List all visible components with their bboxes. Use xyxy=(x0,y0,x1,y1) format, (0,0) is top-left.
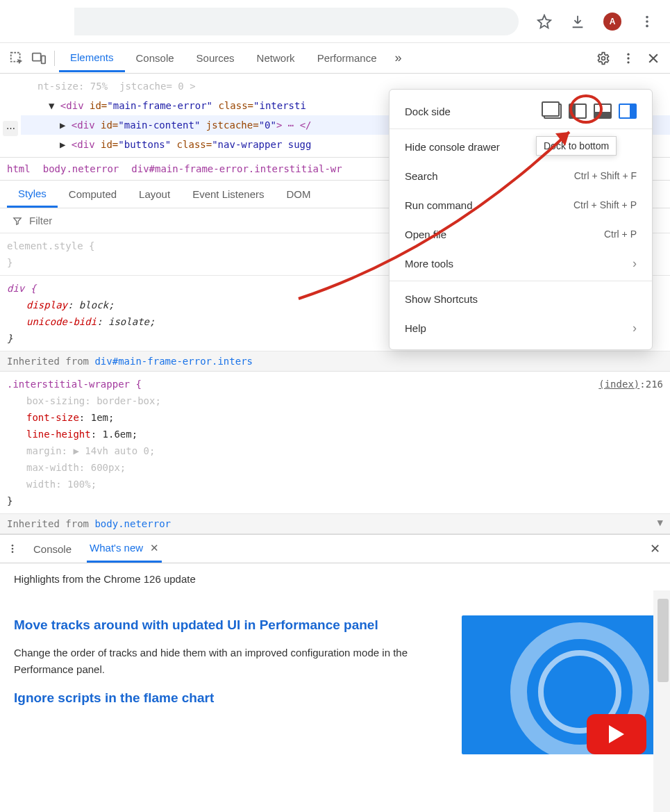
whats-new-body: Change the order of tracks and hide them… xyxy=(14,645,448,678)
tab-styles[interactable]: Styles xyxy=(7,181,58,208)
drawer-tabbar: Console What's new ✕ ✕ xyxy=(0,534,670,563)
menu-open-file[interactable]: Open fileCtrl + P xyxy=(390,219,652,249)
tab-performance[interactable]: Performance xyxy=(306,45,388,71)
close-drawer-icon[interactable]: ✕ xyxy=(650,541,660,556)
svg-point-10 xyxy=(12,545,14,547)
devtools-tabbar: Elements Console Sources Network Perform… xyxy=(0,43,670,74)
chevron-right-icon: › xyxy=(633,256,637,271)
whats-new-highlights: Highlights from the Chrome 126 update xyxy=(14,573,656,585)
settings-gear-icon[interactable] xyxy=(596,51,610,65)
play-icon[interactable] xyxy=(587,714,646,754)
inherited-link[interactable]: div#main-frame-error.inters xyxy=(94,356,253,367)
tab-computed[interactable]: Computed xyxy=(58,182,128,206)
scrollbar-thumb[interactable] xyxy=(658,599,669,682)
device-toolbar-icon[interactable] xyxy=(31,51,47,66)
breadcrumb-item[interactable]: body.neterror xyxy=(43,163,119,174)
svg-point-9 xyxy=(627,61,629,63)
menu-more-tools[interactable]: More tools› xyxy=(390,249,652,278)
menu-dock-side: Dock side xyxy=(390,97,652,126)
drawer-tab-console[interactable]: Console xyxy=(31,537,74,561)
tab-console[interactable]: Console xyxy=(125,45,185,71)
svg-point-12 xyxy=(12,551,14,553)
svg-rect-4 xyxy=(33,53,41,60)
address-bar[interactable] xyxy=(74,8,519,35)
whats-new-video-thumbnail[interactable] xyxy=(462,615,656,754)
tab-sources[interactable]: Sources xyxy=(185,45,246,71)
dock-right-icon[interactable] xyxy=(619,103,637,119)
close-devtools-icon[interactable] xyxy=(646,51,660,65)
menu-show-shortcuts[interactable]: Show Shortcuts xyxy=(390,284,652,313)
svg-point-2 xyxy=(646,24,648,27)
svg-point-6 xyxy=(602,56,605,60)
svg-point-1 xyxy=(646,20,648,23)
svg-point-7 xyxy=(627,53,629,55)
styles-filter-input[interactable] xyxy=(29,215,161,226)
browser-chrome-top: A xyxy=(0,0,670,43)
inherited-from-header: Inherited from body.neterror ▼ xyxy=(0,514,670,534)
inherited-link[interactable]: body.neterror xyxy=(94,518,171,529)
menu-search[interactable]: SearchCtrl + Shift + F xyxy=(390,161,652,190)
dock-bottom-icon[interactable] xyxy=(594,103,612,119)
whats-new-title[interactable]: Move tracks around with updated UI in Pe… xyxy=(14,615,448,635)
menu-label: Dock side xyxy=(405,106,451,117)
tab-layout[interactable]: Layout xyxy=(128,182,181,206)
profile-avatar[interactable]: A xyxy=(603,13,621,31)
menu-help[interactable]: Help› xyxy=(390,313,652,342)
dock-left-icon[interactable] xyxy=(569,103,587,119)
drawer-kebab-menu-icon[interactable] xyxy=(7,543,18,554)
drawer-tab-whats-new[interactable]: What's new ✕ xyxy=(87,536,162,563)
dock-undock-icon[interactable] xyxy=(544,103,562,119)
tabs-overflow-icon[interactable]: » xyxy=(388,51,409,65)
svg-point-0 xyxy=(646,15,648,18)
inherited-from-header: Inherited from div#main-frame-error.inte… xyxy=(0,351,670,372)
browser-kebab-menu-icon[interactable] xyxy=(639,14,655,29)
menu-run-command[interactable]: Run commandCtrl + Shift + P xyxy=(390,190,652,219)
breadcrumb-item[interactable]: div#main-frame-error.interstitial-wr xyxy=(131,163,342,174)
tab-elements[interactable]: Elements xyxy=(59,44,125,72)
devtools-overflow-menu: Dock side Hide console drawer SearchCtrl… xyxy=(389,89,653,350)
separator xyxy=(54,51,55,66)
filter-icon xyxy=(12,216,22,226)
svg-rect-5 xyxy=(42,56,45,63)
close-tab-icon[interactable]: ✕ xyxy=(150,542,159,554)
style-source-link[interactable]: (index):216 xyxy=(598,376,663,392)
inspect-element-icon[interactable] xyxy=(9,51,24,66)
whats-new-subtitle[interactable]: Ignore scripts in the flame chart xyxy=(14,690,448,706)
breadcrumb-item[interactable]: html xyxy=(7,163,31,174)
svg-point-8 xyxy=(627,57,629,59)
tab-event-listeners[interactable]: Event Listeners xyxy=(181,182,275,206)
chevron-down-icon[interactable]: ▼ xyxy=(658,517,663,528)
tab-dom-breakpoints[interactable]: DOM xyxy=(276,182,322,206)
svg-point-11 xyxy=(12,548,14,550)
bookmark-star-icon[interactable] xyxy=(537,14,552,29)
downloads-icon[interactable] xyxy=(570,14,585,29)
drawer-whats-new: Highlights from the Chrome 126 update Mo… xyxy=(0,563,670,764)
chevron-right-icon: › xyxy=(633,321,637,335)
breadcrumb-overflow-icon[interactable]: ⋯ xyxy=(3,121,18,136)
tab-network[interactable]: Network xyxy=(246,45,306,71)
style-rule-interstitial-wrapper[interactable]: (index):216 .interstitial-wrapper { box-… xyxy=(0,372,670,514)
tooltip-dock-to-bottom: Dock to bottom xyxy=(536,136,617,156)
devtools-kebab-menu-icon[interactable] xyxy=(621,51,635,65)
